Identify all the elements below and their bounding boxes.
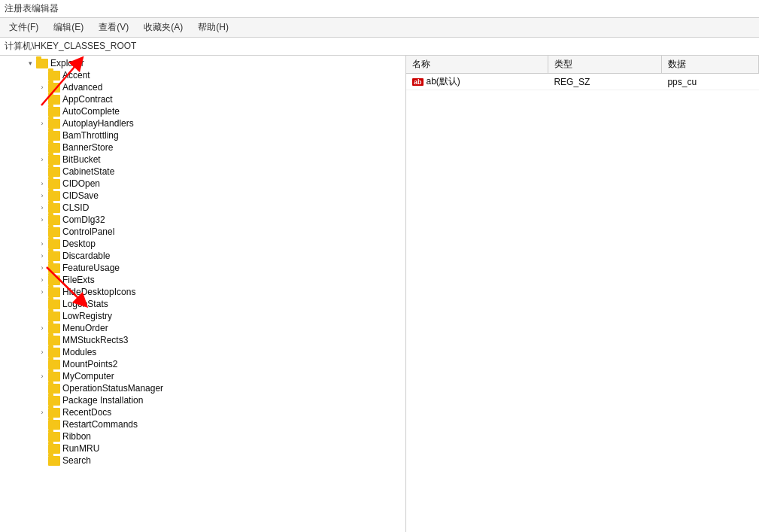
tree-item-packageinstallation[interactable]: Package Installation (0, 394, 405, 406)
menu-item-H[interactable]: 帮助(H) (192, 20, 235, 35)
folder-icon-bannerstore (48, 143, 60, 153)
tree-item-recentdocs[interactable]: ›RecentDocs (0, 406, 405, 418)
tree-item-modules[interactable]: ›Modules (0, 346, 405, 358)
tree-item-bitbucket[interactable]: ›BitBucket (0, 154, 405, 166)
tree-label-ribbon: Ribbon (62, 431, 91, 442)
tree-item-logonstats[interactable]: LogonStats (0, 298, 405, 310)
tree-toggle-cidsave[interactable]: › (36, 192, 48, 199)
tree-label-accent: Accent (62, 70, 90, 81)
tree-item-featureusage[interactable]: ›FeatureUsage (0, 262, 405, 274)
folder-icon-cidsave (48, 191, 60, 201)
tree-item-bannerstore[interactable]: BannerStore (0, 141, 405, 154)
tree-toggle-menuorder[interactable]: › (36, 324, 48, 332)
tree-label-autocomplete: AutoComplete (62, 106, 120, 117)
value-type-icon: ab (412, 78, 424, 86)
tree-item-search[interactable]: Search (0, 454, 405, 467)
menu-item-E[interactable]: 编辑(E) (47, 20, 90, 35)
tree-item-mountpoints2[interactable]: MountPoints2 (0, 358, 405, 370)
folder-icon-fileexts (48, 275, 60, 285)
tree-label-bamthrottling: BamThrottling (62, 130, 119, 141)
tree-toggle-discardable[interactable]: › (36, 252, 48, 260)
title-text: 注册表编辑器 (5, 3, 59, 14)
tree-label-operationstatusmanager: OperationStatusManager (62, 383, 163, 394)
tree-label-modules: Modules (62, 347, 96, 357)
tree-label-desktop: Desktop (62, 239, 96, 249)
tree-toggle-cidopen[interactable]: › (36, 180, 48, 187)
tree-toggle-autoplayhandlers[interactable]: › (36, 120, 48, 127)
tree-item-hidedesktopicons[interactable]: ›HideDesktopIcons (0, 286, 405, 298)
tree-label-bannerstore: BannerStore (62, 142, 113, 153)
tree-toggle-modules[interactable]: › (36, 348, 48, 356)
tree-toggle-advanced[interactable]: › (36, 84, 48, 91)
tree-toggle-bitbucket[interactable]: › (36, 156, 48, 163)
tree-item-fileexts[interactable]: ›FileExts (0, 274, 405, 286)
main-content: ▾ExplorerAccent›AdvancedAppContractAutoC… (0, 56, 759, 532)
tree-item-mycomputer[interactable]: ›MyComputer (0, 370, 405, 382)
folder-icon-modules (48, 348, 60, 357)
tree-toggle-desktop[interactable]: › (36, 240, 48, 248)
tree-label-discardable: Discardable (62, 251, 110, 261)
table-row[interactable]: abab(默认)REG_SZpps_cu (406, 74, 759, 90)
tree-item-autoplayhandlers[interactable]: ›AutoplayHandlers (0, 117, 405, 129)
folder-icon-menuorder (48, 324, 60, 333)
tree-item-menuorder[interactable]: ›MenuOrder (0, 322, 405, 334)
tree-label-mountpoints2: MountPoints2 (62, 359, 117, 369)
tree-toggle-explorer[interactable]: ▾ (24, 59, 36, 67)
folder-icon-comdlg32 (48, 215, 60, 225)
folder-icon-logonstats (48, 299, 60, 309)
folder-icon-bitbucket (48, 155, 60, 165)
menu-item-V[interactable]: 查看(V) (93, 20, 135, 35)
col-name: 名称 (406, 56, 548, 74)
tree-item-accent[interactable]: Accent (0, 69, 405, 81)
folder-icon-ribbon (48, 432, 60, 442)
menu-item-F[interactable]: 文件(F) (3, 20, 44, 35)
tree-toggle-hidedesktopicons[interactable]: › (36, 288, 48, 296)
folder-icon-explorer (36, 59, 48, 68)
folder-icon-operationstatusmanager (48, 384, 60, 394)
tree-item-discardable[interactable]: ›Discardable (0, 250, 405, 262)
tree-label-appcontract: AppContract (62, 94, 113, 105)
tree-toggle-clsid[interactable]: › (36, 204, 48, 211)
tree-item-clsid[interactable]: ›CLSID (0, 202, 405, 214)
tree-item-desktop[interactable]: ›Desktop (0, 238, 405, 250)
folder-icon-mmstuckrects3 (48, 336, 60, 345)
tree-item-appcontract[interactable]: AppContract (0, 93, 405, 105)
tree-label-hidedesktopicons: HideDesktopIcons (62, 287, 135, 297)
tree-item-runmru[interactable]: RunMRU (0, 442, 405, 454)
tree-item-controlpanel[interactable]: ControlPanel (0, 226, 405, 238)
folder-icon-featureusage (48, 263, 60, 273)
tree-label-cidsave: CIDSave (62, 190, 99, 201)
folder-icon-accent (48, 71, 60, 81)
cell-name: abab(默认) (406, 74, 548, 90)
breadcrumb-text: 计算机\HKEY_CLASSES_ROOT (5, 41, 136, 51)
tree-label-autoplayhandlers: AutoplayHandlers (62, 118, 134, 129)
tree-item-advanced[interactable]: ›Advanced (0, 81, 405, 93)
tree-item-mmstuckrects3[interactable]: MMStuckRects3 (0, 334, 405, 346)
tree-item-autocomplete[interactable]: AutoComplete (0, 105, 405, 117)
tree-item-operationstatusmanager[interactable]: OperationStatusManager (0, 382, 405, 394)
tree-item-ribbon[interactable]: Ribbon (0, 430, 405, 442)
folder-icon-hidedesktopicons (48, 287, 60, 297)
tree-item-cabinetstate[interactable]: CabinetState (0, 166, 405, 178)
tree-toggle-featureusage[interactable]: › (36, 264, 48, 272)
tree-toggle-comdlg32[interactable]: › (36, 216, 48, 223)
tree-label-cidopen: CIDOpen (62, 178, 100, 189)
tree-item-lowregistry[interactable]: LowRegistry (0, 310, 405, 322)
tree-toggle-fileexts[interactable]: › (36, 276, 48, 284)
folder-icon-discardable (48, 251, 60, 261)
tree-item-restartcommands[interactable]: RestartCommands (0, 418, 405, 430)
title-bar: 注册表编辑器 (0, 0, 759, 18)
col-type: 类型 (548, 56, 661, 74)
tree-item-explorer[interactable]: ▾Explorer (0, 57, 405, 69)
tree-item-bamthrottling[interactable]: BamThrottling (0, 129, 405, 141)
menu-item-A[interactable]: 收藏夹(A) (138, 20, 189, 35)
tree-label-comdlg32: ComDlg32 (62, 214, 105, 225)
tree-pane[interactable]: ▾ExplorerAccent›AdvancedAppContractAutoC… (0, 56, 406, 532)
tree-label-recentdocs: RecentDocs (62, 407, 111, 418)
tree-item-cidopen[interactable]: ›CIDOpen (0, 178, 405, 190)
menu-bar: 文件(F)编辑(E)查看(V)收藏夹(A)帮助(H) (0, 18, 759, 38)
tree-toggle-recentdocs[interactable]: › (36, 409, 48, 416)
tree-item-cidsave[interactable]: ›CIDSave (0, 190, 405, 202)
tree-item-comdlg32[interactable]: ›ComDlg32 (0, 214, 405, 226)
tree-toggle-mycomputer[interactable]: › (36, 372, 48, 380)
